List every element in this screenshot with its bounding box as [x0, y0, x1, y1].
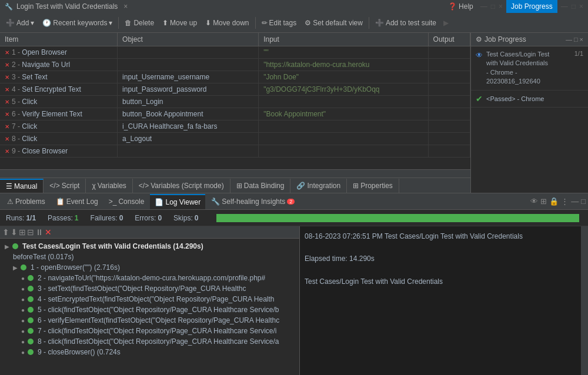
- table-row[interactable]: ✕3 - Set Textinput_Username_username"Joh…: [0, 71, 470, 83]
- test-table: Item Object Input Output ✕1 - Open Brows…: [0, 33, 470, 158]
- tree-up-icon[interactable]: ⬆: [2, 227, 9, 237]
- log-line: [305, 242, 576, 253]
- move-down-button[interactable]: ⬇ Move down: [202, 15, 252, 31]
- list-item[interactable]: ●9 - closeBrowser() (0.724s: [0, 347, 299, 357]
- job-progress-button[interactable]: Job Progress: [506, 0, 557, 13]
- tree-item-label: 8 - click(findTestObject("Object Reposit…: [38, 337, 279, 346]
- errors-stat: Errors: 0: [135, 214, 162, 222]
- tab-event-log[interactable]: 📋 Event Log: [51, 194, 103, 209]
- delete-button[interactable]: 🗑 Delete: [121, 15, 158, 31]
- set-default-view-button[interactable]: ⚙ Set default view: [301, 15, 366, 31]
- log-viewer-icon: 📄: [155, 198, 163, 206]
- list-item[interactable]: ●8 - click(findTestObject("Object Reposi…: [0, 336, 299, 347]
- tab-script[interactable]: </> Script: [44, 179, 86, 193]
- tree-down-icon[interactable]: ⬇: [11, 227, 18, 237]
- tree-expand-icon[interactable]: ⊞: [19, 227, 26, 237]
- tree-item-label: 7 - click(findTestObject("Object Reposit…: [38, 327, 276, 335]
- event-log-icon: 📋: [56, 197, 65, 206]
- rp-maximize-icon[interactable]: □: [574, 36, 578, 43]
- error-icon: ✕: [5, 86, 9, 93]
- tab-problems[interactable]: ⚠ Problems: [2, 194, 50, 209]
- self-healing-badge: 2: [287, 199, 295, 205]
- row-num: 5 -: [12, 98, 22, 106]
- error-icon: ✕: [5, 74, 9, 81]
- title-bar-icon: 🔧: [5, 3, 13, 11]
- tab-data-binding[interactable]: ⊞ Data Binding: [230, 179, 291, 193]
- tab-integration[interactable]: 🔗 Integration: [290, 179, 347, 193]
- table-row[interactable]: ✕2 - Navigate To Url"https://katalon-dem…: [0, 59, 470, 71]
- list-item[interactable]: ●2 - navigateToUrl("https://katalon-demo…: [0, 273, 299, 283]
- table-row[interactable]: ✕8 - Clicka_Logout: [0, 133, 470, 145]
- table-row[interactable]: ✕5 - Clickbutton_Login: [0, 96, 470, 108]
- edit-tags-button[interactable]: ✏ Edit tags: [258, 15, 300, 31]
- tree-stop-icon[interactable]: ✕: [45, 227, 52, 237]
- input-value: "https://katalon-demo-cura.heroku: [263, 61, 369, 69]
- list-item[interactable]: ▶1 - openBrowser("") (2.716s): [0, 262, 299, 273]
- tab-variables[interactable]: χ Variables: [86, 179, 132, 193]
- rp-close-icon[interactable]: ×: [580, 36, 583, 43]
- tree-area[interactable]: ▶Test Cases/Login Test with Valid Creden…: [0, 239, 299, 375]
- list-item[interactable]: ▶Test Cases/Login Test with Valid Creden…: [0, 241, 299, 252]
- tree-pause-icon[interactable]: ⏸: [35, 227, 44, 237]
- title-bar-close[interactable]: ×: [123, 2, 128, 11]
- right-panel-header: ⚙ Job Progress — □ ×: [471, 33, 588, 46]
- tree-item-label: 9 - closeBrowser() (0.724s: [38, 348, 121, 356]
- rp-minimize-icon[interactable]: —: [566, 36, 572, 43]
- object-cell: [118, 145, 259, 158]
- input-cell: [259, 120, 428, 133]
- tab-variables-script[interactable]: </> Variables (Script mode): [133, 179, 230, 193]
- right-panel-controls: — □ ×: [566, 36, 583, 43]
- tree-collapse-icon[interactable]: ⊟: [27, 227, 34, 237]
- lock-icon[interactable]: 🔒: [549, 197, 559, 206]
- tab-log-viewer[interactable]: 📄 Log Viewer: [150, 194, 205, 209]
- item-cell: ✕8 - Click: [0, 133, 118, 145]
- bottom-minimize-icon[interactable]: —: [571, 197, 579, 206]
- help-button[interactable]: ❓ Help: [445, 0, 477, 14]
- list-item[interactable]: ●5 - click(findTestObject("Object Reposi…: [0, 304, 299, 315]
- test-table-area[interactable]: Item Object Input Output ✕1 - Open Brows…: [0, 33, 470, 169]
- output-cell: [428, 83, 470, 96]
- move-up-button[interactable]: ⬆ Move up: [159, 15, 201, 31]
- list-item[interactable]: ●6 - verifyElementText(findTestObject("O…: [0, 315, 299, 326]
- tree-item-label: 4 - setEncryptedText(findTestObject("Obj…: [38, 295, 274, 303]
- table-row[interactable]: ✕9 - Close Browser: [0, 145, 470, 158]
- tab-properties[interactable]: ⊞ Properties: [347, 179, 399, 193]
- list-item[interactable]: beforeTest (0.017s): [0, 252, 299, 262]
- item-cell: ✕4 - Set Encrypted Text: [0, 83, 118, 96]
- tree-expand-icon: ●: [21, 349, 25, 356]
- bottom-toolbar-right: 👁 ⊞ 🔒 ⋮ — □: [530, 197, 586, 206]
- horizontal-scrollbar[interactable]: [0, 169, 470, 178]
- list-item[interactable]: ●4 - setEncryptedText(findTestObject("Ob…: [0, 294, 299, 304]
- list-item[interactable]: ●3 - setText(findTestObject("Object Repo…: [0, 283, 299, 294]
- add-button[interactable]: ➕ Add ▾: [2, 15, 38, 31]
- input-cell: [259, 145, 428, 158]
- tab-console[interactable]: >_ Console: [104, 194, 149, 209]
- table-row[interactable]: ✕4 - Set Encrypted Textinput_Password_pa…: [0, 83, 470, 96]
- input-cell: "Book Appointment": [259, 108, 428, 120]
- bottom-toolbar: ⚠ Problems 📋 Event Log >_ Console 📄 Log …: [0, 193, 588, 210]
- add-to-suite-icon: ➕: [375, 19, 384, 27]
- table-row[interactable]: ✕1 - Open Browser"": [0, 46, 470, 59]
- add-to-suite-button[interactable]: ➕ Add to test suite: [372, 15, 440, 31]
- list-item[interactable]: ●7 - click(findTestObject("Object Reposi…: [0, 326, 299, 336]
- table-row[interactable]: ✕7 - Clicki_CURA Healthcare_fa fa-bars: [0, 120, 470, 133]
- bottom-maximize-icon[interactable]: □: [581, 197, 586, 206]
- add-icon: ➕: [6, 19, 15, 27]
- more-icon[interactable]: ⋮: [561, 197, 569, 206]
- move-down-icon: ⬇: [205, 19, 211, 27]
- table-row[interactable]: ✕6 - Verify Element Textbutton_Book Appo…: [0, 108, 470, 120]
- grid-icon[interactable]: ⊞: [540, 197, 547, 206]
- title-bar: 🔧 Login Test with Valid Credentials × ❓ …: [0, 0, 588, 13]
- recent-keywords-button[interactable]: 🕐 Recent keywords ▾: [39, 15, 116, 31]
- log-line: Test Cases/Login Test with Valid Credent…: [305, 276, 576, 287]
- input-cell: "https://katalon-demo-cura.heroku: [259, 59, 428, 71]
- item-cell: ✕9 - Close Browser: [0, 145, 118, 158]
- tab-manual[interactable]: ☰ Manual: [0, 179, 44, 193]
- row-num: 1 -: [12, 48, 22, 56]
- tab-self-healing[interactable]: 🔧 Self-healing Insights 2: [206, 194, 299, 209]
- input-cell: [259, 133, 428, 145]
- vertical-scrollbar[interactable]: [581, 226, 588, 375]
- output-cell: [428, 108, 470, 120]
- right-panel: ⚙ Job Progress — □ × 👁 Test Cases/Login …: [470, 33, 588, 193]
- eye-toggle-icon[interactable]: 👁: [530, 197, 538, 206]
